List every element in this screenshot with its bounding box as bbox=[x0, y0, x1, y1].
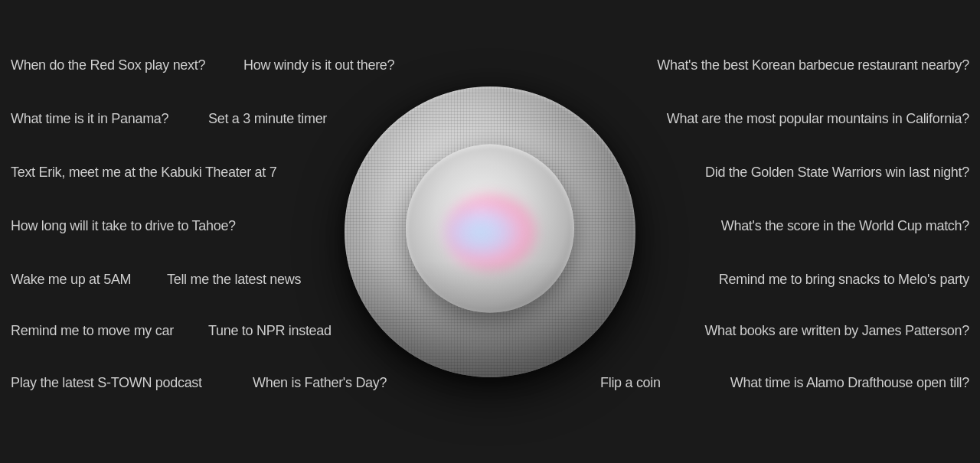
label-mountains: What are the most popular mountains in C… bbox=[667, 111, 969, 127]
homepod-device bbox=[345, 71, 635, 393]
label-melo: Remind me to bring snacks to Melo's part… bbox=[719, 272, 969, 288]
label-world-cup: What's the score in the World Cup match? bbox=[721, 218, 969, 234]
label-npr: Tune to NPR instead bbox=[208, 323, 332, 339]
homepod-inner-circle bbox=[406, 144, 574, 312]
label-tahoe: How long will it take to drive to Tahoe? bbox=[11, 218, 236, 234]
siri-glow bbox=[444, 194, 536, 270]
label-kabuki: Text Erik, meet me at the Kabuki Theater… bbox=[11, 165, 276, 181]
homepod-sphere bbox=[345, 86, 635, 377]
label-s-town: Play the latest S-TOWN podcast bbox=[11, 375, 202, 391]
label-fathers-day: When is Father's Day? bbox=[253, 375, 387, 391]
label-timer: Set a 3 minute timer bbox=[208, 111, 327, 127]
main-scene: When do the Red Sox play next?How windy … bbox=[0, 0, 980, 463]
label-flip-coin: Flip a coin bbox=[600, 375, 661, 391]
label-panama: What time is it in Panama? bbox=[11, 111, 168, 127]
label-wake-up: Wake me up at 5AM bbox=[11, 272, 131, 288]
label-warriors: Did the Golden State Warriors win last n… bbox=[705, 165, 969, 181]
label-alamo: What time is Alamo Drafthouse open till? bbox=[730, 375, 969, 391]
label-red-sox: When do the Red Sox play next? bbox=[11, 57, 205, 73]
label-korean-bbq: What's the best Korean barbecue restaura… bbox=[657, 57, 969, 73]
label-move-car: Remind me to move my car bbox=[11, 323, 174, 339]
label-windy: How windy is it out there? bbox=[243, 57, 394, 73]
label-james-patterson: What books are written by James Patterso… bbox=[704, 323, 969, 339]
label-latest-news: Tell me the latest news bbox=[167, 272, 301, 288]
